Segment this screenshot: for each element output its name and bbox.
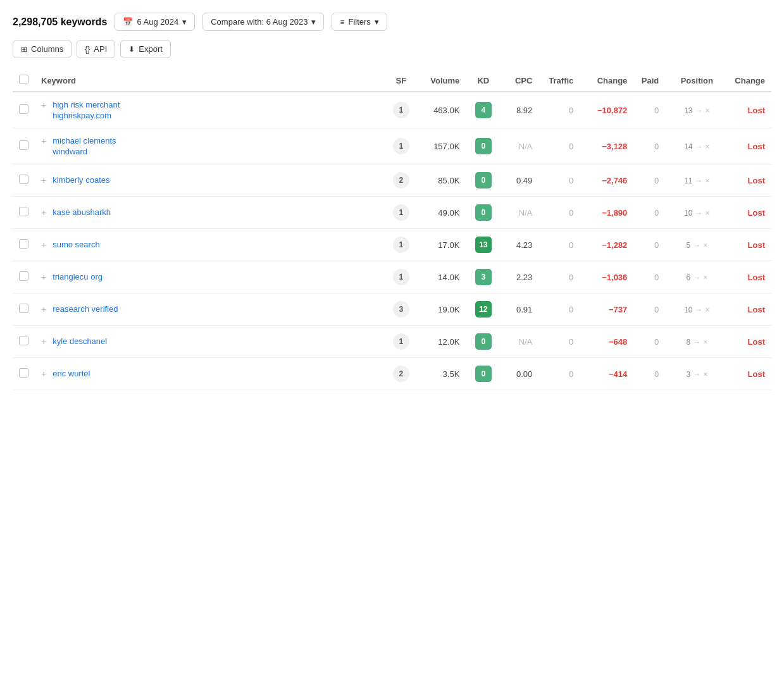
change-cell: −1,890: [580, 197, 633, 229]
calendar-icon: 📅: [123, 17, 133, 27]
arrow-right-icon: →: [693, 241, 700, 250]
sf-cell: 2: [383, 164, 418, 197]
add-keyword-icon[interactable]: +: [41, 336, 46, 347]
cpc-value: 4.23: [516, 240, 532, 250]
volume-cell: 85.0K: [418, 164, 466, 197]
status-badge: Lost: [748, 273, 765, 282]
traffic-cell: 0: [538, 293, 580, 326]
traffic-cell: 0: [538, 164, 580, 197]
col-header-traffic[interactable]: Traffic: [538, 70, 580, 92]
add-keyword-icon[interactable]: +: [41, 272, 46, 282]
kd-cell: 0: [466, 164, 501, 197]
keyword-link[interactable]: michael clements: [53, 136, 116, 145]
keyword-link[interactable]: kimberly coates: [53, 175, 109, 185]
change-value: −1,282: [602, 240, 627, 250]
row-checkbox[interactable]: [19, 271, 28, 281]
row-checkbox[interactable]: [19, 175, 28, 184]
select-all-checkbox[interactable]: [13, 70, 35, 92]
kd-badge: 0: [475, 138, 492, 154]
keyword-link[interactable]: trianglecu org: [53, 272, 103, 281]
cpc-cell: N/A: [501, 326, 538, 358]
keyword-cell: + eric wurtel: [35, 358, 383, 390]
col-header-kd[interactable]: KD: [466, 70, 501, 92]
add-keyword-icon[interactable]: +: [41, 100, 46, 110]
change-cell: −414: [580, 358, 633, 390]
filters-label: Filters: [348, 17, 370, 27]
compare-button[interactable]: Compare with: 6 Aug 2023 ▾: [202, 13, 324, 31]
position-number: 6: [686, 273, 690, 282]
col-header-change1[interactable]: Change: [580, 70, 633, 92]
keyword-link[interactable]: reasearch verified: [53, 304, 118, 314]
position-cell: 3 → ×: [665, 358, 728, 390]
col-header-cpc[interactable]: CPC: [501, 70, 538, 92]
row-checkbox[interactable]: [19, 207, 28, 216]
keyword-link-line2[interactable]: windward: [53, 147, 116, 156]
cpc-na: N/A: [519, 208, 533, 218]
position-cell: 14 → ×: [665, 128, 728, 164]
api-button[interactable]: {} API: [77, 40, 115, 58]
sf-badge: 1: [393, 138, 409, 154]
row-checkbox[interactable]: [19, 140, 28, 150]
row-checkbox[interactable]: [19, 104, 28, 114]
status-badge: Lost: [748, 240, 765, 250]
col-header-position[interactable]: Position: [665, 70, 728, 92]
cpc-value: 8.92: [516, 106, 532, 115]
filters-button[interactable]: ≡ Filters ▾: [332, 13, 387, 31]
add-keyword-icon[interactable]: +: [41, 369, 46, 379]
row-checkbox-cell: [13, 326, 35, 358]
col-header-paid[interactable]: Paid: [633, 70, 665, 92]
keyword-link-line2[interactable]: highriskpay.com: [53, 111, 120, 120]
position-x: ×: [703, 370, 707, 379]
position-number: 13: [684, 106, 692, 115]
keyword-link[interactable]: eric wurtel: [53, 369, 90, 378]
columns-button[interactable]: ⊞ Columns: [13, 40, 72, 58]
sf-badge: 3: [393, 301, 409, 318]
col-header-volume[interactable]: Volume: [418, 70, 466, 92]
table-row: + reasearch verified 3 19.0K 12 0.91 0 −…: [13, 293, 771, 326]
add-keyword-icon[interactable]: +: [41, 207, 46, 218]
keyword-link[interactable]: kyle deschanel: [53, 336, 107, 346]
col-header-sf[interactable]: SF: [383, 70, 418, 92]
col-header-change2[interactable]: Change: [728, 70, 771, 92]
change-cell: −10,872: [580, 92, 633, 128]
keyword-link[interactable]: kase abusharkh: [53, 207, 111, 217]
chevron-down-icon: ▾: [375, 17, 379, 27]
keywords-table: Keyword SF Volume KD CPC Traffic Change …: [13, 70, 771, 390]
compare-label: Compare with: 6 Aug 2023: [211, 17, 308, 27]
position-number: 14: [684, 142, 692, 151]
position-x: ×: [706, 176, 710, 185]
arrow-right-icon: →: [693, 338, 700, 347]
table-row: + kyle deschanel 1 12.0K 0 N/A 0 −648 0 …: [13, 326, 771, 358]
add-keyword-icon[interactable]: +: [41, 240, 46, 250]
keyword-link[interactable]: high risk merchant: [53, 100, 120, 109]
row-checkbox[interactable]: [19, 239, 28, 249]
volume-cell: 14.0K: [418, 261, 466, 293]
row-checkbox[interactable]: [19, 336, 28, 345]
row-checkbox[interactable]: [19, 368, 28, 378]
row-checkbox-cell: [13, 229, 35, 261]
position-number: 10: [684, 305, 692, 314]
sf-badge: 1: [393, 333, 409, 350]
position-cell: 5 → ×: [665, 229, 728, 261]
row-checkbox[interactable]: [19, 304, 28, 313]
cpc-cell: 0.00: [501, 358, 538, 390]
add-keyword-icon[interactable]: +: [41, 304, 46, 314]
sf-cell: 1: [383, 229, 418, 261]
add-keyword-icon[interactable]: +: [41, 136, 46, 146]
status-cell: Lost: [728, 92, 771, 128]
date-picker-button[interactable]: 📅 6 Aug 2024 ▾: [115, 13, 195, 31]
add-keyword-icon[interactable]: +: [41, 175, 46, 185]
status-badge: Lost: [748, 337, 765, 347]
volume-cell: 12.0K: [418, 326, 466, 358]
paid-cell: 0: [633, 164, 665, 197]
sf-cell: 1: [383, 128, 418, 164]
kd-badge: 3: [475, 269, 492, 285]
date-label: 6 Aug 2024: [137, 17, 178, 27]
keyword-link[interactable]: sumo search: [53, 240, 99, 249]
change-value: −414: [609, 369, 627, 379]
traffic-cell: 0: [538, 229, 580, 261]
change-value: −1,890: [602, 208, 627, 218]
keywords-count: 2,298,705 keywords: [13, 16, 107, 28]
keyword-cell: + trianglecu org: [35, 261, 383, 293]
export-button[interactable]: ⬇ Export: [120, 40, 171, 58]
